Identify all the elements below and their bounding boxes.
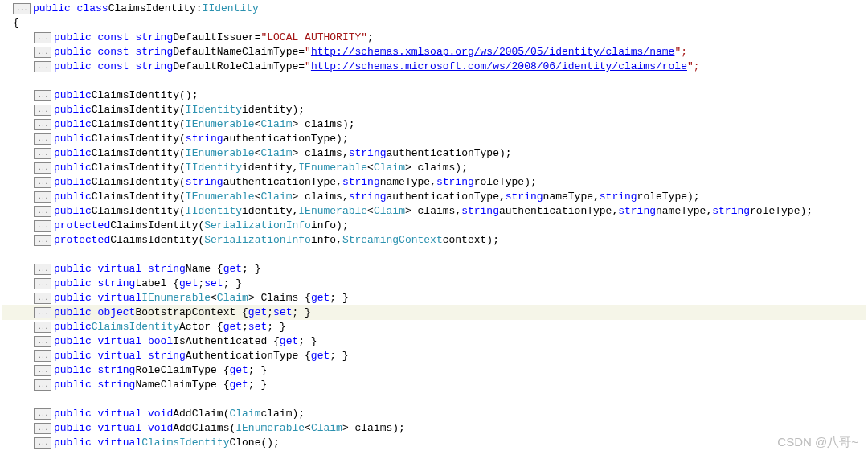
code-text: info,: [311, 233, 342, 248]
keyword: public: [54, 175, 92, 190]
type-name: ClaimsIdentity: [141, 436, 229, 450]
code-line: ...public ClaimsIdentity(IIdentity ident…: [2, 161, 866, 175]
string-literal: ";: [687, 59, 700, 74]
type-name: Claim: [260, 190, 292, 204]
code-line: ...public const string DefaultRoleClaimT…: [2, 59, 866, 74]
code-text: <: [305, 421, 311, 436]
punct: =: [298, 59, 305, 74]
keyword: string: [600, 190, 637, 204]
fold-toggle[interactable]: ...: [34, 220, 51, 232]
code-text: > claims);: [405, 161, 468, 175]
type-name: Claim: [374, 161, 405, 175]
code-text: roleType);: [474, 175, 537, 190]
fold-toggle[interactable]: ...: [34, 119, 51, 130]
fold-toggle[interactable]: ...: [34, 105, 51, 116]
keyword: public: [54, 320, 92, 334]
code-text: ClaimsIdentity(: [92, 103, 186, 117]
fold-toggle[interactable]: ...: [34, 162, 51, 174]
code-text: ClaimsIdentity(: [110, 219, 204, 233]
fold-toggle[interactable]: ...: [34, 90, 51, 101]
code-text: claim);: [260, 407, 305, 421]
code-text: AuthenticationType {: [186, 349, 311, 363]
fold-toggle[interactable]: ...: [34, 47, 51, 58]
keyword: get: [179, 277, 198, 291]
fold-toggle[interactable]: ...: [34, 437, 51, 449]
fold-toggle[interactable]: ...: [34, 379, 51, 391]
code-text: <: [255, 117, 261, 132]
keyword: get: [223, 262, 242, 277]
code-text: roleType);: [750, 204, 813, 219]
punct: =: [255, 31, 261, 45]
keyword: set: [248, 320, 267, 334]
fold-toggle[interactable]: ...: [34, 322, 51, 333]
fold-toggle[interactable]: ...: [34, 148, 51, 159]
keyword: protected: [54, 233, 110, 248]
fold-toggle[interactable]: ...: [34, 61, 51, 72]
keyword: string: [506, 190, 543, 204]
code-line: ...public object BootstrapContext { get;…: [2, 305, 866, 320]
code-text: ClaimsIdentity(: [110, 233, 204, 248]
fold-toggle[interactable]: ...: [34, 264, 51, 275]
code-text: <: [367, 204, 374, 219]
interface-name: IIdentity: [203, 2, 259, 16]
type-name: IEnumerable: [235, 421, 305, 436]
punct: :: [196, 2, 203, 16]
fold-toggle[interactable]: ...: [34, 293, 51, 304]
code-text: nameType,: [380, 175, 436, 190]
code-text: Clone();: [229, 436, 279, 450]
keyword: string: [436, 175, 474, 190]
code-text: ; }: [330, 291, 348, 305]
url-string[interactable]: http://schemas.microsoft.com/ws/2008/06/…: [311, 59, 687, 74]
keyword: public: [54, 146, 92, 161]
fold-toggle[interactable]: ...: [34, 177, 51, 188]
keyword: get: [311, 291, 330, 305]
code-line: ...public virtual ClaimsIdentity Clone()…: [2, 436, 866, 450]
code-line: ...public ClaimsIdentity(string authenti…: [2, 132, 866, 146]
type-name: IIdentity: [186, 204, 242, 219]
fold-toggle[interactable]: ...: [34, 32, 51, 43]
code-line: ...public const string DefaultNameClaimT…: [2, 45, 866, 59]
code-text: ClaimsIdentity(: [92, 175, 186, 190]
fold-toggle[interactable]: ...: [34, 191, 51, 203]
keyword: public string: [54, 277, 135, 291]
string-literal: ";: [674, 45, 687, 59]
code-line: ...public class ClaimsIdentity : IIdenti…: [2, 2, 866, 16]
keyword: get: [311, 349, 330, 363]
fold-toggle[interactable]: ...: [34, 350, 51, 362]
code-line: ...public ClaimsIdentity(IEnumerable<Cla…: [2, 117, 866, 132]
code-text: AddClaim(: [173, 407, 229, 421]
type-name: IIdentity: [186, 161, 242, 175]
keyword: string: [712, 204, 750, 219]
keyword: public virtual string: [54, 262, 186, 277]
code-text: <: [255, 146, 261, 161]
code-text: authenticationType);: [387, 146, 512, 161]
fold-toggle[interactable]: ...: [34, 235, 51, 246]
code-text: > Claims {: [248, 291, 311, 305]
code-line: ...public string RoleClaimType { get; }: [2, 363, 866, 378]
keyword: public: [54, 190, 92, 204]
code-text: info);: [311, 219, 349, 233]
fold-toggle[interactable]: ...: [34, 408, 51, 420]
code-text: ClaimsIdentity(: [92, 146, 186, 161]
code-line: ...public ClaimsIdentity(IEnumerable<Cla…: [2, 146, 866, 161]
code-line: ...public ClaimsIdentity(IIdentity ident…: [2, 103, 866, 117]
punct: ;: [367, 31, 374, 45]
fold-toggle[interactable]: ...: [34, 423, 51, 434]
keyword: get: [229, 363, 248, 378]
fold-toggle[interactable]: ...: [34, 307, 51, 318]
keyword: public: [54, 204, 92, 219]
url-string[interactable]: http://schemas.xmlsoap.org/ws/2005/05/id…: [311, 45, 674, 59]
fold-toggle[interactable]: ...: [13, 3, 31, 14]
code-line: ...public string Label { get; set; }: [2, 277, 866, 291]
const-name: DefaultIssuer: [173, 31, 254, 45]
type-name: IEnumerable: [298, 204, 367, 219]
type-name: Claim: [229, 407, 260, 421]
fold-toggle[interactable]: ...: [34, 336, 51, 347]
fold-toggle[interactable]: ...: [34, 133, 51, 145]
fold-toggle[interactable]: ...: [34, 206, 51, 217]
code-text: > claims,: [405, 204, 461, 219]
code-text: AddClaims(: [173, 421, 235, 436]
code-text: BootstrapContext {: [135, 305, 248, 320]
fold-toggle[interactable]: ...: [34, 278, 51, 289]
fold-toggle[interactable]: ...: [34, 365, 51, 376]
